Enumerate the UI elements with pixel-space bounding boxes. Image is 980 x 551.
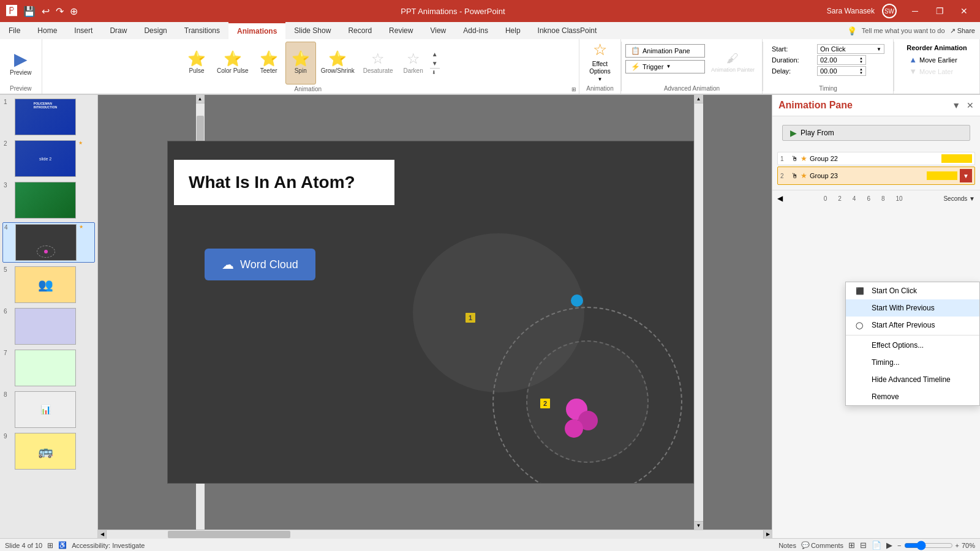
tab-draw[interactable]: Draw bbox=[101, 22, 135, 39]
fit-slide-icon[interactable]: ⊞ bbox=[47, 541, 53, 550]
zoom-slider[interactable] bbox=[904, 541, 953, 550]
redo-button[interactable]: ↷ bbox=[56, 6, 64, 17]
tab-record[interactable]: Record bbox=[339, 22, 380, 39]
timing-duration-spinner[interactable]: ▲▼ bbox=[859, 56, 863, 64]
anim-item-clock-1: 🖱 bbox=[791, 155, 798, 162]
animation-desaturate[interactable]: ☆ Desaturate bbox=[360, 42, 397, 84]
animation-spin[interactable]: ⭐ Spin bbox=[285, 42, 316, 84]
animation-group-expand[interactable]: ⊞ bbox=[571, 86, 576, 92]
slide-thumb-8[interactable]: 8 📊 bbox=[2, 390, 95, 429]
timing-start-dropdown[interactable]: On Click ▼ bbox=[817, 44, 884, 54]
advanced-group-label: Advanced Animation bbox=[622, 85, 762, 92]
view-reading-icon[interactable]: 📄 bbox=[872, 541, 881, 550]
tab-animations[interactable]: Animations bbox=[228, 22, 285, 39]
zoom-out-button[interactable]: − bbox=[897, 542, 901, 549]
search-bar[interactable]: Tell me what you want to do bbox=[862, 27, 945, 34]
move-later-icon: ▼ bbox=[909, 67, 917, 76]
slide-thumb-5[interactable]: 5 👥 bbox=[2, 265, 95, 304]
close-button[interactable]: ✕ bbox=[953, 0, 975, 22]
preview-button[interactable]: ▶ Preview bbox=[4, 47, 38, 78]
tab-home[interactable]: Home bbox=[29, 22, 66, 39]
play-from-button[interactable]: ▶ Play From bbox=[782, 125, 970, 141]
tab-help[interactable]: Help bbox=[497, 22, 529, 39]
vscroll-down[interactable]: ▼ bbox=[695, 521, 703, 530]
timing-delay-input[interactable]: 00.00 ▲▼ bbox=[817, 66, 866, 76]
comments-button[interactable]: 💬 Comments bbox=[801, 541, 843, 549]
slide-star-2: ★ bbox=[78, 140, 83, 146]
customize-button[interactable]: ⊕ bbox=[70, 6, 78, 17]
tab-view[interactable]: View bbox=[421, 22, 454, 39]
view-slide-sorter-icon[interactable]: ⊟ bbox=[860, 541, 867, 550]
word-cloud-button[interactable]: ☁ Word Cloud bbox=[205, 249, 315, 280]
dropdown-start-with-previous[interactable]: Start With Previous bbox=[846, 299, 979, 317]
tab-inknoe[interactable]: Inknoe ClassPoint bbox=[529, 22, 606, 39]
timing-delay-spinner[interactable]: ▲▼ bbox=[859, 67, 863, 75]
dropdown-start-on-click[interactable]: ⬛ Start On Click bbox=[846, 282, 979, 299]
restore-button[interactable]: ❐ bbox=[929, 0, 951, 22]
hscroll-right[interactable]: ▶ bbox=[763, 530, 772, 539]
dropdown-remove[interactable]: Remove bbox=[846, 388, 979, 405]
zoom-in-button[interactable]: + bbox=[956, 542, 959, 549]
slide-thumb-4[interactable]: 4 ★ bbox=[2, 222, 95, 263]
slide-thumb-6[interactable]: 6 bbox=[2, 307, 95, 346]
accessibility-text[interactable]: Accessibility: Investigate bbox=[72, 542, 145, 549]
dropdown-effect-options[interactable]: Effect Options... bbox=[846, 337, 979, 354]
save-button[interactable]: 💾 bbox=[23, 6, 36, 17]
effect-options-button[interactable]: ☆ EffectOptions ▼ bbox=[583, 42, 617, 84]
timing-duration-input[interactable]: 02.00 ▲▼ bbox=[817, 55, 866, 65]
tab-transitions[interactable]: Transitions bbox=[176, 22, 228, 39]
minimize-button[interactable]: ─ bbox=[904, 0, 926, 22]
anim-pane-close[interactable]: ✕ bbox=[967, 100, 974, 110]
vscroll-up[interactable]: ▲ bbox=[695, 95, 703, 103]
slide-thumb-1[interactable]: 1 POLICEMANINTRODUCTION bbox=[2, 97, 95, 137]
timeline-0: 0 bbox=[824, 195, 827, 202]
v-scrollbar-right[interactable]: ▲ ▼ bbox=[694, 95, 703, 530]
tab-insert[interactable]: Insert bbox=[66, 22, 101, 39]
timeline-left-arrow[interactable]: ◀ bbox=[777, 194, 783, 203]
move-earlier-button[interactable]: ▲ Move Earlier bbox=[907, 54, 967, 66]
hscroll-thumb[interactable] bbox=[168, 531, 290, 538]
anim-pane-dropdown-arrow[interactable]: ▼ bbox=[952, 100, 960, 110]
animation-teeter[interactable]: ⭐ Teeter bbox=[254, 42, 284, 84]
zoom-level[interactable]: 70% bbox=[962, 542, 975, 549]
user-avatar[interactable]: SW bbox=[882, 4, 897, 18]
share-button[interactable]: ↗ Share bbox=[950, 27, 975, 35]
tab-slideshow[interactable]: Slide Show bbox=[285, 22, 339, 39]
notes-button[interactable]: Notes bbox=[778, 542, 796, 549]
pulse-icon: ⭐ bbox=[187, 51, 206, 66]
slide-thumb-7[interactable]: 7 bbox=[2, 348, 95, 388]
tab-file[interactable]: File bbox=[0, 22, 29, 39]
view-normal-icon[interactable]: ⊞ bbox=[848, 541, 855, 550]
tab-addins[interactable]: Add-ins bbox=[454, 22, 497, 39]
animation-grow-shrink[interactable]: ⭐ Grow/Shrink bbox=[317, 42, 358, 84]
seconds-dropdown[interactable]: Seconds ▼ bbox=[943, 195, 975, 202]
scroll-up-arrow[interactable]: ▲ bbox=[430, 50, 440, 59]
scroll-more-arrow[interactable]: ⬇ bbox=[430, 68, 440, 77]
hscroll-left[interactable]: ◀ bbox=[98, 530, 107, 539]
anim-item-1[interactable]: 1 🖱 ★ Group 22 bbox=[777, 152, 975, 165]
view-slideshow-icon[interactable]: ▶ bbox=[886, 541, 892, 550]
dropdown-timing[interactable]: Timing... bbox=[846, 354, 979, 371]
animation-painter-button[interactable]: 🖌 Animation Painter bbox=[707, 49, 758, 75]
timing-start-row: Start: On Click ▼ bbox=[772, 44, 884, 54]
animation-darken[interactable]: ☆ Darken bbox=[398, 42, 429, 84]
slide-thumb-2[interactable]: 2 slide 2 ★ bbox=[2, 139, 95, 178]
tab-review[interactable]: Review bbox=[380, 22, 421, 39]
slide-thumb-3[interactable]: 3 bbox=[2, 181, 95, 220]
dropdown-hide-timeline[interactable]: Hide Advanced Timeline bbox=[846, 371, 979, 388]
h-scrollbar[interactable]: ◀ ▶ bbox=[98, 530, 772, 538]
slide-thumb-9[interactable]: 9 🚌 bbox=[2, 432, 95, 471]
animation-pane-button[interactable]: 📋 Animation Pane bbox=[625, 44, 705, 58]
animation-color-pulse[interactable]: ⭐ Color Pulse bbox=[213, 42, 252, 84]
undo-button[interactable]: ↩ bbox=[42, 6, 50, 17]
timeline-10: 10 bbox=[896, 195, 903, 202]
animation-pulse[interactable]: ⭐ Pulse bbox=[181, 42, 212, 84]
anim-item-dropdown-2[interactable]: ▼ bbox=[960, 169, 972, 182]
scroll-up-btn[interactable]: ▲ bbox=[196, 95, 205, 103]
tab-design[interactable]: Design bbox=[135, 22, 175, 39]
move-later-button[interactable]: ▼ Move Later bbox=[907, 66, 967, 77]
dropdown-start-after-previous[interactable]: ◯ Start After Previous bbox=[846, 317, 979, 334]
scroll-down-arrow[interactable]: ▼ bbox=[430, 59, 440, 68]
anim-item-2[interactable]: 2 🖱 ★ Group 23 ▼ bbox=[777, 167, 975, 185]
trigger-button[interactable]: ⚡ Trigger ▼ bbox=[625, 60, 705, 73]
